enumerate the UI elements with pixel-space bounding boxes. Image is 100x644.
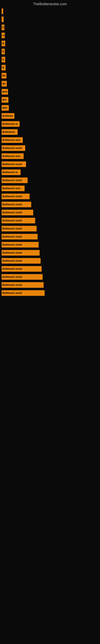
result-bar: E: [1, 49, 5, 54]
result-bar: Bottleneck result: [1, 290, 45, 296]
bar-row: Bottleneck result: [0, 224, 100, 233]
result-bar: Bottleneck re: [1, 170, 21, 175]
result-bar: Bo: [1, 73, 6, 78]
result-bar: Bottleneck result: [1, 282, 44, 288]
result-bar: Bottleneck: [1, 129, 18, 135]
result-bar: Bottleneck result: [1, 242, 39, 248]
bar-row: Bottleneck: [0, 128, 100, 136]
bar-row: E: [0, 48, 100, 56]
bar-row: B: [0, 40, 100, 48]
bar-row: Bottleneck result: [0, 192, 100, 200]
bars-container: EmBEEBBoBoBottBotBottBottlenecBottleneck…: [0, 7, 100, 297]
bar-row: Bottleneck result: [0, 176, 100, 184]
result-bar: Bottleneck result: [1, 258, 41, 264]
bar-row: E: [0, 23, 100, 32]
result-bar: Bottleneck result: [1, 226, 37, 232]
result-bar: Bottlenec: [1, 113, 14, 119]
bar-row: Bottleneck resu: [0, 184, 100, 192]
bar-row: Bottleneck result: [0, 273, 100, 281]
bar-row: [0, 15, 100, 23]
bar-row: Bo: [0, 72, 100, 80]
bar-row: Bottleneck result: [0, 257, 100, 265]
result-bar: [1, 8, 3, 14]
bar-row: E: [0, 56, 100, 64]
bar-row: Bottleneck result: [0, 289, 100, 297]
bar-row: m: [0, 32, 100, 40]
bar-row: Bott: [0, 104, 100, 112]
bar-row: [0, 7, 100, 15]
result-bar: B: [1, 41, 5, 46]
bar-row: Bottleneck result: [0, 265, 100, 273]
bar-row: B: [0, 64, 100, 72]
result-bar: Bottleneck result: [1, 274, 43, 280]
result-bar: Bottleneck resu: [1, 186, 25, 191]
result-bar: Bottleneck result: [1, 202, 31, 207]
bar-row: Bottleneck result: [0, 233, 100, 241]
result-bar: Bottleneck result: [1, 250, 40, 256]
bar-row: Bottleneck result: [0, 249, 100, 257]
bar-row: Bottleneck resu: [0, 136, 100, 144]
result-bar: Bottleneck result: [1, 266, 42, 272]
result-bar: Bottleneck result: [1, 194, 30, 199]
bar-row: Bottleneck re: [0, 168, 100, 176]
result-bar: Bottleneck resu: [1, 153, 24, 159]
bar-row: Bottleneck result: [0, 160, 100, 168]
result-bar: Bottleneck result: [1, 218, 35, 224]
bar-row: Bottleneck result: [0, 281, 100, 289]
result-bar: m: [1, 32, 5, 38]
result-bar: Bott: [1, 89, 8, 94]
result-bar: E: [1, 57, 5, 62]
result-bar: Bottleneck result: [1, 234, 38, 240]
result-bar: Bo: [1, 81, 7, 86]
result-bar: Bottleneck result: [1, 162, 26, 167]
result-bar: E: [1, 24, 4, 30]
result-bar: Bottleneck re: [1, 121, 20, 127]
result-bar: Bottleneck resu: [1, 137, 23, 143]
result-bar: Bottleneck result: [1, 145, 25, 151]
bar-row: Bott: [0, 88, 100, 96]
result-bar: Bot: [1, 97, 8, 103]
result-bar: Bottleneck result: [1, 210, 33, 215]
bar-row: Bottleneck result: [0, 200, 100, 208]
bar-row: Bottleneck result: [0, 208, 100, 216]
bar-row: Bottleneck re: [0, 120, 100, 128]
bar-row: Bottleneck result: [0, 216, 100, 224]
bar-row: Bottleneck result: [0, 241, 100, 249]
result-bar: Bottleneck result: [1, 178, 28, 183]
bar-row: Bot: [0, 96, 100, 104]
result-bar: [1, 16, 3, 22]
result-bar: B: [1, 65, 6, 70]
bar-row: Bottleneck resu: [0, 152, 100, 160]
bar-row: Bottleneck result: [0, 144, 100, 152]
page-title: TheBottlenecker.com: [0, 0, 100, 7]
bar-row: Bottlenec: [0, 112, 100, 120]
result-bar: Bott: [1, 105, 9, 111]
bar-row: Bo: [0, 80, 100, 88]
